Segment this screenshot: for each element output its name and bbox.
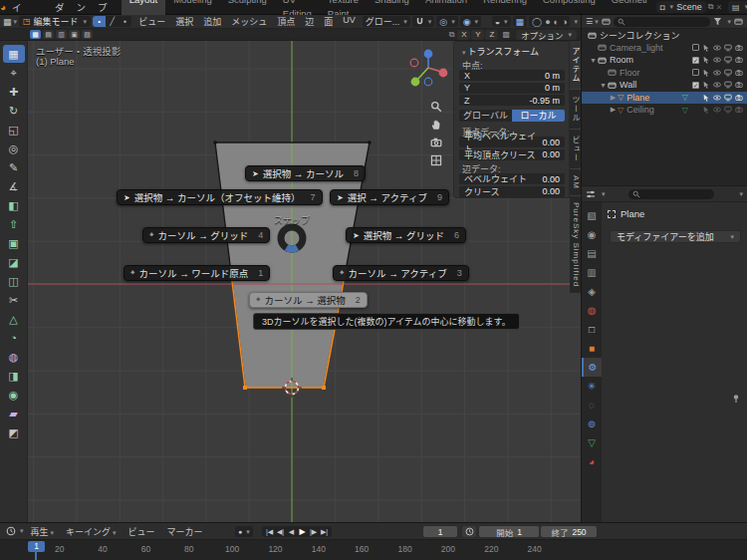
tool-add-cube[interactable]: ◧ [3, 196, 25, 214]
sidebar-tab[interactable]: ビュー [570, 130, 581, 168]
tab-material[interactable]: ◕ [582, 452, 602, 471]
properties-search-input[interactable] [628, 189, 714, 199]
tool-smooth[interactable]: ◍ [3, 348, 25, 366]
show-overlays-button[interactable]: ◒▾ [492, 16, 511, 27]
shading-mode-button[interactable]: ◐ [554, 17, 559, 27]
jump-to-end-button[interactable]: ▶| [319, 526, 330, 537]
render-disable-icon[interactable] [735, 69, 743, 77]
outliner-row-ceiling[interactable]: ▶ ▽ Ceiling ▽ [582, 104, 747, 117]
filter-icon[interactable] [713, 17, 722, 26]
mesh-vertex-tl[interactable] [214, 141, 217, 144]
timeline-ruler[interactable]: 20406080100120140160180200220240 1 [0, 540, 747, 560]
hide-eye-icon[interactable] [713, 94, 721, 102]
tab-render[interactable]: ◉ [582, 225, 602, 244]
bevel-weight-field[interactable]: ベベルウェイト0.00 [459, 173, 565, 184]
render-disable-icon[interactable] [735, 94, 743, 102]
median-y-field[interactable]: Y0 m [459, 83, 565, 94]
zoom-view-icon[interactable] [432, 103, 441, 112]
mean-vertex-crease-field[interactable]: 平均頂点クリース0.00 [459, 149, 565, 160]
use-preview-range-button[interactable] [462, 526, 476, 537]
viewport-disable-icon[interactable] [724, 44, 732, 52]
tool-scale[interactable]: ◱ [3, 121, 25, 139]
pie-item-cursor-to-active[interactable]: ⌖ カーソル → アクティブ 3 [333, 265, 469, 281]
hide-eye-icon[interactable] [713, 81, 721, 89]
tool-transform[interactable]: ◎ [3, 140, 25, 157]
tab-particles[interactable]: ✳ [582, 377, 602, 396]
selectable-icon[interactable] [702, 44, 710, 52]
tool-settings-icon[interactable]: ▦ [30, 30, 41, 39]
gizmo-x-neg[interactable] [410, 59, 418, 67]
tool-annotate[interactable]: ✎ [3, 158, 25, 176]
sidebar-tab[interactable]: アイテム [570, 41, 581, 89]
expand-arrow-icon[interactable]: ▶ [609, 106, 618, 114]
tab-constraints[interactable]: ⊚ [582, 415, 602, 433]
perspective-toggle-icon[interactable] [431, 155, 440, 164]
viewport-menu-item[interactable]: UV [338, 15, 361, 28]
snap-button[interactable]: ▾ [412, 16, 435, 27]
pie-item-cursor-to-selected[interactable]: ⌖ カーソル → 選択物 2 [249, 292, 368, 308]
next-keyframe-button[interactable]: |▶ [308, 526, 319, 537]
shading-mode-button[interactable]: ● [545, 17, 550, 27]
tool-spin[interactable]: ◔ [3, 329, 25, 347]
mesh-vertex-tr[interactable] [369, 141, 372, 144]
proportional-edit-button[interactable]: ◉▾ [460, 16, 481, 27]
local-button[interactable]: ローカル [512, 110, 565, 122]
pie-item-cursor-to-grid[interactable]: ⌖ カーソル → グリッド 4 [142, 227, 270, 243]
global-button[interactable]: グローバル [459, 110, 512, 122]
tab-scene[interactable]: ◈ [582, 282, 602, 301]
view-menu[interactable]: ビュー [124, 525, 160, 538]
viewport-disable-icon[interactable] [724, 56, 732, 64]
properties-options-icon[interactable]: ▾ [739, 190, 743, 198]
tab-world[interactable]: ◍ [582, 301, 602, 320]
tool-loop-cut[interactable]: ◫ [3, 272, 25, 290]
display-mode-dropdown[interactable]: ☰▾ [586, 17, 599, 26]
mirror-axis-button[interactable]: X [457, 30, 470, 40]
tab-output[interactable]: ▤ [582, 244, 602, 263]
mirror-axis-button[interactable]: Y [471, 30, 484, 40]
outliner-row-camera-light[interactable]: Camera_light [582, 42, 747, 55]
exclude-checkbox[interactable] [692, 69, 699, 76]
viewport-disable-icon[interactable] [724, 69, 732, 77]
vertex-select-button[interactable]: • [93, 16, 106, 27]
tool-extrude-region[interactable]: ⇧ [3, 215, 25, 233]
scene-close-icon[interactable]: ✕ [715, 3, 722, 12]
selectable-icon[interactable] [702, 56, 710, 64]
viewport-menu-item[interactable]: 追加 [198, 15, 226, 28]
outliner-row-room[interactable]: ▼ Room ✓ [582, 54, 747, 67]
outliner-row-floor[interactable]: Floor [582, 67, 747, 80]
tool-rip-region[interactable]: ◩ [3, 423, 25, 441]
tool-inset-faces[interactable]: ▣ [3, 234, 25, 252]
play-button[interactable]: ▶ [297, 526, 308, 537]
selectable-icon[interactable] [702, 106, 710, 114]
tab-collection[interactable]: □ [582, 320, 602, 339]
edge-select-button[interactable]: ╱ [106, 16, 119, 27]
properties-editor-icon[interactable] [586, 189, 596, 199]
pie-item-selection-to-cursor[interactable]: ➤ 選択物 → カーソル 8 [245, 165, 366, 181]
median-x-field[interactable]: X0 m [459, 70, 565, 81]
gizmo-x-axis[interactable] [439, 69, 448, 78]
tool-settings-icon[interactable]: ▥ [56, 30, 67, 39]
exclude-checkbox[interactable]: ✓ [692, 57, 699, 64]
outliner-row-wall[interactable]: ▼ Wall ✓ [582, 79, 747, 92]
tool-settings-icon[interactable]: ▣ [69, 30, 80, 39]
auto-keying-button[interactable]: ● ▾ [235, 526, 253, 537]
xray-toggle-button[interactable]: ▦ [513, 16, 528, 27]
tool-move[interactable]: ✚ [3, 83, 25, 101]
tool-poly-build[interactable]: △ [3, 310, 25, 328]
mode-dropdown[interactable]: ◳ 編集モード▾ [19, 16, 91, 27]
viewlayer-selector[interactable]: ▤▾ ViewLayer [728, 1, 747, 13]
sidebar-tab[interactable]: PureSky Simplified [570, 196, 581, 293]
pivot-dropdown[interactable]: ◎▾ [436, 16, 457, 27]
median-z-field[interactable]: Z-0.95 m [459, 95, 565, 106]
render-disable-icon[interactable] [735, 44, 743, 52]
selectable-icon[interactable] [702, 94, 710, 102]
tab-object[interactable]: ■ [582, 339, 602, 358]
tool-knife[interactable]: ✂ [3, 291, 25, 309]
shading-dropdown-icon[interactable]: ▾ [574, 18, 578, 26]
outliner-row-plane[interactable]: ▶ ▽ Plane ▽ [582, 92, 747, 105]
render-disable-icon[interactable] [735, 56, 743, 64]
viewport-disable-icon[interactable] [724, 94, 732, 102]
tool-shrink-fatten[interactable]: ◉ [3, 386, 25, 404]
timeline-editor-icon[interactable] [6, 526, 16, 536]
viewport-menu-item[interactable]: 頂点 [272, 15, 300, 28]
